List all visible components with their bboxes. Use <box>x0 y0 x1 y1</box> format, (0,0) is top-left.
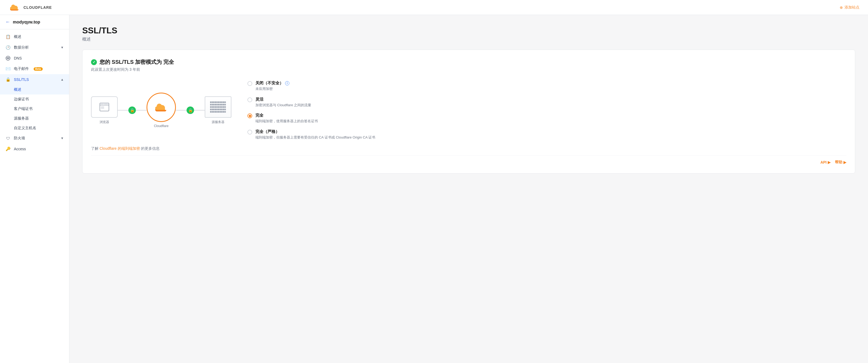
ssl-sub-origin[interactable]: 源服务器 <box>0 114 69 123</box>
ssl-options: 关闭（不安全） i 未应用加密 灵活 加密浏览器与 Cloudflare 之间的… <box>247 81 846 140</box>
ssl-client-certs-label: 客户端证书 <box>14 107 33 111</box>
dns-label: DNS <box>14 56 22 60</box>
line-2 <box>136 110 147 111</box>
overview-icon: 📋 <box>5 34 11 39</box>
logo-text: CLOUDFLARE <box>24 5 52 10</box>
ssl-subnav: 概述 边缘证书 客户端证书 源服务器 自定义主机名 <box>0 85 69 133</box>
api-button[interactable]: API ▶ <box>820 160 831 165</box>
server-line-1 <box>210 101 226 103</box>
access-icon: 🔑 <box>5 146 11 152</box>
sidebar-item-overview[interactable]: 📋 概述 <box>0 31 69 42</box>
help-arrow-icon: ▶ <box>843 160 846 164</box>
line-1 <box>118 110 128 111</box>
add-site-label: 添加站点 <box>844 5 860 10</box>
ssl-sub-overview[interactable]: 概述 <box>0 85 69 94</box>
ssl-body: 浏览器 🔒 <box>91 81 846 140</box>
analytics-chevron-icon: ▼ <box>61 46 64 50</box>
radio-flexible[interactable] <box>247 97 252 102</box>
learn-more-link[interactable]: Cloudflare 的端到端加密 <box>99 146 140 151</box>
svg-point-3 <box>101 103 102 104</box>
option-flexible-text: 灵活 加密浏览器与 Cloudflare 之间的流量 <box>255 97 311 108</box>
add-site-button[interactable]: ⊕ 添加站点 <box>840 5 860 10</box>
ssl-option-off[interactable]: 关闭（不安全） i 未应用加密 <box>247 81 846 92</box>
cf-cloud-icon <box>153 102 169 112</box>
domain-back-button[interactable]: ← modyqyw.top <box>0 15 69 29</box>
browser-label: 浏览器 <box>99 120 109 124</box>
top-header: CLOUDFLARE ⊕ 添加站点 <box>0 0 868 15</box>
ssl-option-full[interactable]: 完全 端到端加密，使用服务器上的自签名证书 <box>247 113 846 124</box>
ssl-sub-edge-certs[interactable]: 边缘证书 <box>0 94 69 104</box>
overview-label: 概述 <box>14 34 21 39</box>
help-button[interactable]: 帮助 ▶ <box>835 160 846 165</box>
line-4 <box>194 110 205 111</box>
sidebar: ← modyqyw.top 📋 概述 🕐 数据分析 ▼ DNS <box>0 15 69 363</box>
ssl-sub-custom-hostname[interactable]: 自定义主机名 <box>0 123 69 133</box>
cloudflare-circle <box>147 93 176 122</box>
firewall-icon: 🛡 <box>5 135 11 141</box>
domain-name: modyqyw.top <box>13 20 40 25</box>
option-full-title: 完全 <box>255 113 318 118</box>
option-off-desc: 未应用加密 <box>255 86 289 92</box>
analytics-label: 数据分析 <box>14 45 29 50</box>
api-arrow-icon: ▶ <box>828 160 831 164</box>
dns-icon <box>5 56 11 61</box>
plus-icon: ⊕ <box>840 5 843 10</box>
email-icon: ✉️ <box>5 66 11 71</box>
svg-point-4 <box>102 103 103 104</box>
cloudflare-logo: CLOUDFLARE <box>8 3 52 11</box>
diagram-row: 浏览器 🔒 <box>91 93 231 128</box>
sidebar-item-dns[interactable]: DNS <box>0 53 69 63</box>
sidebar-item-access[interactable]: 🔑 Access <box>0 144 69 154</box>
ssl-option-flexible[interactable]: 灵活 加密浏览器与 Cloudflare 之间的流量 <box>247 97 846 108</box>
option-off-text: 关闭（不安全） i 未应用加密 <box>255 81 289 92</box>
radio-full[interactable] <box>247 114 252 118</box>
access-label: Access <box>14 147 26 151</box>
api-label: API <box>820 160 827 164</box>
page-subtitle: 概述 <box>82 36 855 42</box>
ssl-chevron-icon: ▲ <box>61 78 64 82</box>
origin-label: 源服务器 <box>212 120 224 124</box>
server-line-2 <box>210 104 226 105</box>
line-3 <box>176 110 187 111</box>
option-off-info-icon[interactable]: i <box>285 81 289 85</box>
cf-diagram-label: Cloudflare <box>154 124 169 128</box>
learn-more: 了解 Cloudflare 的端到端加密 的更多信息 <box>91 146 846 151</box>
server-line-3 <box>210 106 226 108</box>
server-line-4 <box>210 109 226 110</box>
sidebar-item-email[interactable]: ✉️ 电子邮件 Beta <box>0 63 69 74</box>
sidebar-nav: 📋 概述 🕐 数据分析 ▼ DNS ✉️ 电子邮件 Beta <box>0 29 69 363</box>
ssl-overview-label: 概述 <box>14 87 21 92</box>
option-strict-text: 完全（严格） 端到端加密，但服务器上需要有受信任的 CA 证书或 Cloudfl… <box>255 129 375 140</box>
analytics-icon: 🕐 <box>5 45 11 50</box>
option-flexible-desc: 加密浏览器与 Cloudflare 之间的流量 <box>255 102 311 108</box>
main-layout: ← modyqyw.top 📋 概述 🕐 数据分析 ▼ DNS <box>0 15 868 363</box>
ssl-status-header: 您的 SSL/TLS 加密模式为 完全 <box>91 58 846 66</box>
option-full-text: 完全 端到端加密，使用服务器上的自签名证书 <box>255 113 318 124</box>
ssl-status-check-icon <box>91 59 97 65</box>
svg-rect-5 <box>104 103 108 104</box>
ssl-diagram: 浏览器 🔒 <box>91 93 231 128</box>
option-strict-title: 完全（严格） <box>255 129 375 134</box>
ssl-option-strict[interactable]: 完全（严格） 端到端加密，但服务器上需要有受信任的 CA 证书或 Cloudfl… <box>247 129 846 140</box>
email-label: 电子邮件 <box>14 66 29 71</box>
firewall-chevron-icon: ▼ <box>61 137 64 140</box>
ssl-sub-client-certs[interactable]: 客户端证书 <box>0 104 69 114</box>
sidebar-item-firewall[interactable]: 🛡 防火墙 ▼ <box>0 133 69 144</box>
lock-1-icon: 🔒 <box>128 107 136 114</box>
ssl-custom-hostname-label: 自定义主机名 <box>14 126 36 130</box>
ssl-status-title: 您的 SSL/TLS 加密模式为 完全 <box>99 58 174 66</box>
card-footer: API ▶ 帮助 ▶ <box>91 155 846 165</box>
back-icon: ← <box>5 19 10 25</box>
ssl-overview-card: 您的 SSL/TLS 加密模式为 完全 此设置上次更改时间为 3 年前 <box>82 50 855 174</box>
beta-badge: Beta <box>34 67 43 71</box>
page-title: SSL/TLS <box>82 26 855 35</box>
radio-strict[interactable] <box>247 130 252 134</box>
sidebar-item-ssl[interactable]: 🔒 SSL/TLS ▲ <box>0 74 69 85</box>
lock-2-icon: 🔒 <box>187 107 194 114</box>
radio-off[interactable] <box>247 81 252 86</box>
ssl-status-time: 此设置上次更改时间为 3 年前 <box>91 67 846 72</box>
sidebar-item-analytics[interactable]: 🕐 数据分析 ▼ <box>0 42 69 53</box>
help-label: 帮助 <box>835 160 842 165</box>
ssl-icon: 🔒 <box>5 77 11 82</box>
svg-rect-6 <box>101 106 104 109</box>
